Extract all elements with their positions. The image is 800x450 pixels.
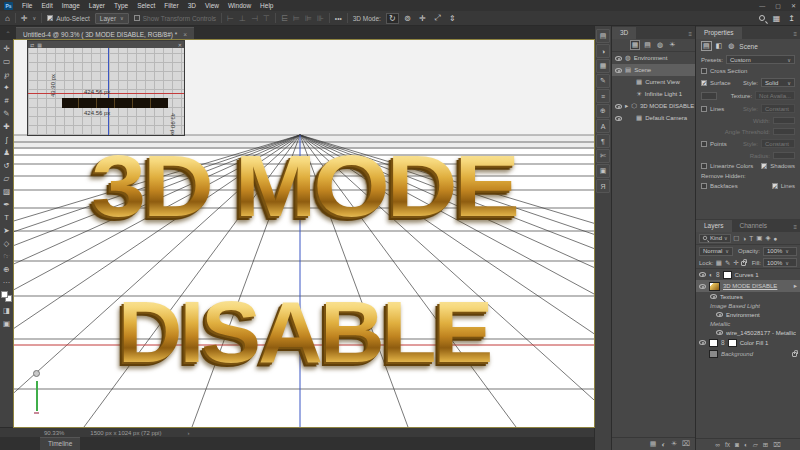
3d-item-scene[interactable]: ▤ Scene [612,64,695,76]
3d-item-default-camera[interactable]: ▦ Default Camera [612,112,695,124]
more-options-button[interactable]: ••• [335,15,342,22]
foreground-color-swatch[interactable] [1,291,8,298]
visibility-eye-icon[interactable] [710,294,717,299]
align-right-icon[interactable]: ⊣ [251,14,258,23]
tab-layers[interactable]: Layers [696,220,732,232]
close-button[interactable]: ✕ [791,2,796,9]
filter-smart-objects-icon[interactable]: ◈ [765,234,771,242]
pen-tool[interactable]: ✒ [0,198,13,211]
visibility-eye-icon[interactable] [716,312,723,317]
show-transform-checkbox[interactable]: Show Transform Controls [134,15,216,22]
edit-toolbar-icon[interactable]: ··· [0,276,13,289]
shadows-checkbox[interactable] [761,163,767,169]
menu-help[interactable]: Help [260,2,273,9]
lines-remove-checkbox[interactable] [772,183,778,189]
blend-mode-dropdown[interactable]: Normal ∨ [699,247,733,256]
filter-type-layers-icon[interactable]: T [749,235,754,242]
menu-layer[interactable]: Layer [89,2,105,9]
3d-panel-menu-icon[interactable]: ≡ [685,31,695,39]
points-checkbox[interactable] [701,141,707,147]
mesh-properties-icon[interactable]: ◧ [715,42,724,50]
move-tool[interactable]: ✛ [0,42,13,55]
gradient-tool[interactable]: ▨ [0,185,13,198]
points-radius-field[interactable] [773,152,795,159]
align-left-icon[interactable]: ⊢ [227,14,234,23]
filter-pixel-layers-icon[interactable]: ▢ [733,234,740,242]
layer-row-environment[interactable]: Environment [696,310,800,319]
measure-panel-icon[interactable]: ✄ [596,149,610,163]
status-arrow-icon[interactable]: › [187,430,189,436]
lines-width-field[interactable] [773,117,795,124]
angle-threshold-field[interactable] [773,128,795,135]
glyphs-panel-icon[interactable]: Я [596,179,610,193]
opacity-dropdown[interactable]: 100% ∨ [763,247,797,256]
brush-tool[interactable]: ʃ [0,133,13,146]
close-secondary-view-icon[interactable]: ✕ [178,42,182,48]
collapse-fx-icon[interactable]: ▸ [794,282,797,290]
adjustments-panel-icon[interactable]: ◑ [596,44,610,58]
layer-row-curves[interactable]: ◐ 8 Curves 1 [696,269,800,280]
view-grid-icon[interactable]: ▦ [37,42,42,48]
distribute-1-icon[interactable]: ⋿ [281,14,288,23]
shape-tool[interactable]: ◇ [0,237,13,250]
close-document-icon[interactable]: × [183,31,187,38]
pan-3d-camera-icon[interactable]: ✛ [416,13,429,24]
zoom-tool[interactable]: ⊕ [0,263,13,276]
screen-mode-icon[interactable]: ▣ [0,317,13,330]
cross-section-checkbox[interactable] [701,68,707,74]
path-select-tool[interactable]: ➤ [0,224,13,237]
history-panel-icon[interactable]: ▤ [596,29,610,43]
presets-dropdown[interactable]: Custom ∨ [726,55,795,64]
menu-type[interactable]: Type [114,2,128,9]
zoom-level[interactable]: 90.33% [44,430,64,436]
fill-dropdown[interactable]: 100% ∨ [763,258,797,267]
filter-lights-icon[interactable]: ☀ [668,41,676,49]
healing-brush-tool[interactable]: ✚ [0,120,13,133]
tab-properties[interactable]: Properties [696,27,742,39]
quick-selection-tool[interactable]: ✦ [0,81,13,94]
distribute-2-icon[interactable]: ⊨ [293,14,300,23]
new-layer-button[interactable]: ⊞ [763,441,768,449]
slide-3d-camera-icon[interactable]: ⤢ [431,13,444,24]
layer-row-background[interactable]: Background [696,348,800,359]
lock-transparency-icon[interactable]: ▦ [715,259,722,267]
distribute-4-icon[interactable]: ⊪ [317,14,324,23]
filter-meshes-icon[interactable]: ▤ [643,41,652,49]
crop-tool[interactable]: # [0,94,13,107]
visibility-eye-icon[interactable] [615,104,622,109]
expand-arrow-icon[interactable]: ▸ [625,102,628,110]
layer-mask-thumbnail[interactable] [728,339,737,347]
libraries-panel-icon[interactable]: ▦ [596,59,610,73]
layer-row-wire-metallic[interactable]: wire_145028177 - Metallic [696,328,800,337]
menu-edit[interactable]: Edit [41,2,52,9]
auto-select-box[interactable] [47,15,53,21]
3d-item-current-view[interactable]: ▦ Current View [612,76,695,88]
collapse-panels-icon[interactable]: ⌃ [0,30,16,40]
hand-tool[interactable]: ☞ [0,250,13,263]
align-center-icon[interactable]: ⊥ [239,14,246,23]
clone-stamp-tool[interactable]: ♟ [0,146,13,159]
filter-shape-layers-icon[interactable]: ▣ [756,234,763,242]
surface-checkbox[interactable] [701,80,707,86]
lock-all-icon[interactable] [741,261,746,266]
visibility-eye-icon[interactable] [615,116,622,121]
document-tab[interactable]: Untitled-4 @ 90.3% ( 3D MODE DISABLE, RG… [16,27,194,40]
visibility-eye-icon[interactable] [615,56,622,61]
layers-menu-icon[interactable]: ≡ [790,224,800,232]
menu-filter[interactable]: Filter [164,2,178,9]
layer-mask-thumbnail[interactable] [723,271,732,279]
fill-layer-thumbnail[interactable] [709,339,718,347]
background-layer-thumbnail[interactable] [709,350,718,358]
minimize-button[interactable]: — [759,3,765,9]
lines-checkbox[interactable] [701,106,707,112]
share-icon[interactable]: ↥ [788,14,795,23]
align-top-icon[interactable]: ⊤ [263,14,270,23]
distribute-3-icon[interactable]: ⊫ [305,14,312,23]
clone-source-panel-icon[interactable]: ≡ [596,89,610,103]
points-style-dropdown[interactable]: Constant [761,139,795,148]
3d-item-environment[interactable]: ◍ Environment [612,52,695,64]
auto-select-checkbox[interactable]: Auto-Select [47,15,90,22]
3d-materials-button[interactable]: ◐ [661,441,665,448]
eyedropper-tool[interactable]: ✎ [0,107,13,120]
menu-view[interactable]: View [205,2,219,9]
